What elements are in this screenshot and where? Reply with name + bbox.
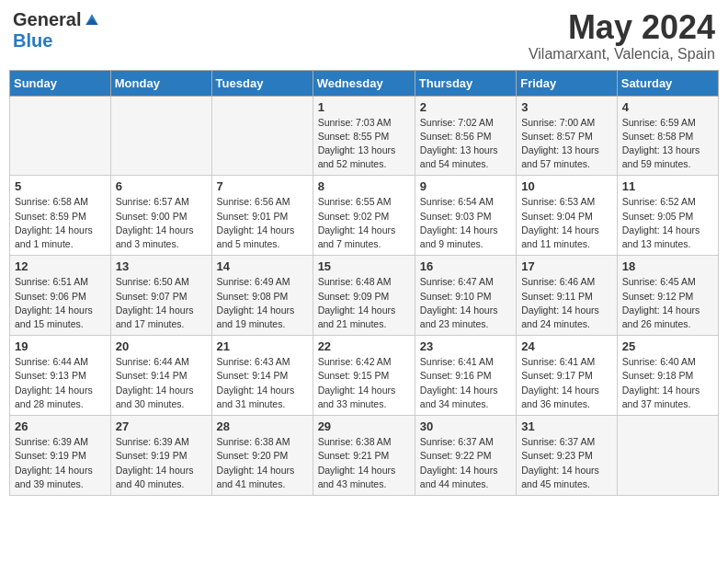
calendar-dow-sunday: Sunday [10, 70, 111, 96]
day-info: Sunrise: 6:59 AMSunset: 8:58 PMDaylight:… [622, 116, 713, 172]
calendar-header-row: SundayMondayTuesdayWednesdayThursdayFrid… [10, 70, 719, 96]
calendar-cell: 19Sunrise: 6:44 AMSunset: 9:13 PMDayligh… [10, 336, 111, 416]
day-number: 1 [318, 100, 410, 114]
day-info: Sunrise: 6:37 AMSunset: 9:23 PMDaylight:… [521, 435, 612, 491]
calendar-cell: 14Sunrise: 6:49 AMSunset: 9:08 PMDayligh… [211, 256, 313, 336]
day-number: 30 [420, 419, 511, 433]
day-info: Sunrise: 6:55 AMSunset: 9:02 PMDaylight:… [318, 195, 410, 251]
day-info: Sunrise: 6:50 AMSunset: 9:07 PMDaylight:… [116, 275, 207, 331]
calendar-cell: 26Sunrise: 6:39 AMSunset: 9:19 PMDayligh… [10, 416, 111, 496]
day-number: 19 [15, 339, 106, 353]
day-number: 27 [116, 419, 207, 433]
calendar-cell: 11Sunrise: 6:52 AMSunset: 9:05 PMDayligh… [617, 176, 718, 256]
day-info: Sunrise: 6:57 AMSunset: 9:00 PMDaylight:… [116, 195, 207, 251]
logo: General Blue [13, 9, 101, 52]
day-info: Sunrise: 6:56 AMSunset: 9:01 PMDaylight:… [217, 195, 308, 251]
calendar-cell: 20Sunrise: 6:44 AMSunset: 9:14 PMDayligh… [110, 336, 211, 416]
calendar-cell: 25Sunrise: 6:40 AMSunset: 9:18 PMDayligh… [617, 336, 718, 416]
day-number: 22 [318, 339, 410, 353]
calendar-cell: 31Sunrise: 6:37 AMSunset: 9:23 PMDayligh… [517, 416, 618, 496]
day-info: Sunrise: 7:02 AMSunset: 8:56 PMDaylight:… [420, 116, 511, 172]
calendar-cell: 28Sunrise: 6:38 AMSunset: 9:20 PMDayligh… [211, 416, 313, 496]
day-number: 13 [116, 259, 207, 273]
day-number: 21 [217, 339, 308, 353]
calendar-week-row: 1Sunrise: 7:03 AMSunset: 8:55 PMDaylight… [10, 96, 719, 176]
calendar-cell: 24Sunrise: 6:41 AMSunset: 9:17 PMDayligh… [517, 336, 618, 416]
calendar-cell: 9Sunrise: 6:54 AMSunset: 9:03 PMDaylight… [415, 176, 516, 256]
calendar-week-row: 12Sunrise: 6:51 AMSunset: 9:06 PMDayligh… [10, 256, 719, 336]
day-number: 31 [521, 419, 612, 433]
title-block: May 2024 Vilamarxant, Valencia, Spain [529, 9, 715, 63]
location-title: Vilamarxant, Valencia, Spain [529, 46, 715, 63]
calendar-cell: 2Sunrise: 7:02 AMSunset: 8:56 PMDaylight… [415, 96, 516, 176]
calendar-cell: 4Sunrise: 6:59 AMSunset: 8:58 PMDaylight… [617, 96, 718, 176]
day-number: 5 [15, 179, 106, 193]
calendar-cell: 30Sunrise: 6:37 AMSunset: 9:22 PMDayligh… [415, 416, 516, 496]
day-info: Sunrise: 6:39 AMSunset: 9:19 PMDaylight:… [15, 435, 106, 491]
calendar-dow-wednesday: Wednesday [313, 70, 415, 96]
calendar-cell [617, 416, 718, 496]
day-info: Sunrise: 7:00 AMSunset: 8:57 PMDaylight:… [521, 116, 612, 172]
day-info: Sunrise: 6:40 AMSunset: 9:18 PMDaylight:… [622, 355, 713, 411]
day-number: 20 [116, 339, 207, 353]
calendar-table: SundayMondayTuesdayWednesdayThursdayFrid… [9, 70, 719, 496]
calendar-cell [10, 96, 111, 176]
calendar-cell: 15Sunrise: 6:48 AMSunset: 9:09 PMDayligh… [313, 256, 415, 336]
day-number: 29 [318, 419, 410, 433]
calendar-cell: 7Sunrise: 6:56 AMSunset: 9:01 PMDaylight… [211, 176, 313, 256]
day-info: Sunrise: 6:49 AMSunset: 9:08 PMDaylight:… [217, 275, 308, 331]
day-number: 25 [622, 339, 713, 353]
day-number: 26 [15, 419, 106, 433]
day-info: Sunrise: 6:37 AMSunset: 9:22 PMDaylight:… [420, 435, 511, 491]
day-number: 9 [420, 179, 511, 193]
day-number: 7 [217, 179, 308, 193]
calendar-week-row: 5Sunrise: 6:58 AMSunset: 8:59 PMDaylight… [10, 176, 719, 256]
calendar-cell: 22Sunrise: 6:42 AMSunset: 9:15 PMDayligh… [313, 336, 415, 416]
day-number: 15 [318, 259, 410, 273]
calendar-week-row: 19Sunrise: 6:44 AMSunset: 9:13 PMDayligh… [10, 336, 719, 416]
day-number: 17 [521, 259, 612, 273]
month-title: May 2024 [529, 9, 715, 46]
page-header: General Blue May 2024 Vilamarxant, Valen… [9, 9, 719, 63]
day-info: Sunrise: 6:51 AMSunset: 9:06 PMDaylight:… [15, 275, 106, 331]
logo-blue-text: Blue [13, 30, 52, 52]
day-number: 8 [318, 179, 410, 193]
day-info: Sunrise: 6:42 AMSunset: 9:15 PMDaylight:… [318, 355, 410, 411]
calendar-dow-saturday: Saturday [617, 70, 718, 96]
day-info: Sunrise: 6:38 AMSunset: 9:20 PMDaylight:… [217, 435, 308, 491]
calendar-cell: 13Sunrise: 6:50 AMSunset: 9:07 PMDayligh… [110, 256, 211, 336]
day-number: 10 [521, 179, 612, 193]
day-number: 18 [622, 259, 713, 273]
logo-icon [83, 11, 101, 29]
day-number: 6 [116, 179, 207, 193]
day-number: 4 [622, 100, 713, 114]
calendar-cell: 3Sunrise: 7:00 AMSunset: 8:57 PMDaylight… [517, 96, 618, 176]
day-info: Sunrise: 6:44 AMSunset: 9:14 PMDaylight:… [116, 355, 207, 411]
calendar-cell: 18Sunrise: 6:45 AMSunset: 9:12 PMDayligh… [617, 256, 718, 336]
calendar-cell [110, 96, 211, 176]
calendar-dow-thursday: Thursday [415, 70, 516, 96]
day-info: Sunrise: 6:47 AMSunset: 9:10 PMDaylight:… [420, 275, 511, 331]
day-number: 24 [521, 339, 612, 353]
day-info: Sunrise: 6:39 AMSunset: 9:19 PMDaylight:… [116, 435, 207, 491]
calendar-cell: 27Sunrise: 6:39 AMSunset: 9:19 PMDayligh… [110, 416, 211, 496]
day-number: 11 [622, 179, 713, 193]
day-number: 28 [217, 419, 308, 433]
calendar-cell: 23Sunrise: 6:41 AMSunset: 9:16 PMDayligh… [415, 336, 516, 416]
calendar-cell: 12Sunrise: 6:51 AMSunset: 9:06 PMDayligh… [10, 256, 111, 336]
day-number: 23 [420, 339, 511, 353]
day-info: Sunrise: 6:41 AMSunset: 9:17 PMDaylight:… [521, 355, 612, 411]
logo-general-text: General [13, 9, 81, 30]
calendar-cell: 16Sunrise: 6:47 AMSunset: 9:10 PMDayligh… [415, 256, 516, 336]
calendar-cell: 5Sunrise: 6:58 AMSunset: 8:59 PMDaylight… [10, 176, 111, 256]
day-number: 3 [521, 100, 612, 114]
calendar-cell [211, 96, 313, 176]
day-info: Sunrise: 6:44 AMSunset: 9:13 PMDaylight:… [15, 355, 106, 411]
calendar-cell: 8Sunrise: 6:55 AMSunset: 9:02 PMDaylight… [313, 176, 415, 256]
calendar-cell: 1Sunrise: 7:03 AMSunset: 8:55 PMDaylight… [313, 96, 415, 176]
day-number: 2 [420, 100, 511, 114]
calendar-cell: 21Sunrise: 6:43 AMSunset: 9:14 PMDayligh… [211, 336, 313, 416]
calendar-dow-monday: Monday [110, 70, 211, 96]
calendar-cell: 6Sunrise: 6:57 AMSunset: 9:00 PMDaylight… [110, 176, 211, 256]
day-info: Sunrise: 6:41 AMSunset: 9:16 PMDaylight:… [420, 355, 511, 411]
